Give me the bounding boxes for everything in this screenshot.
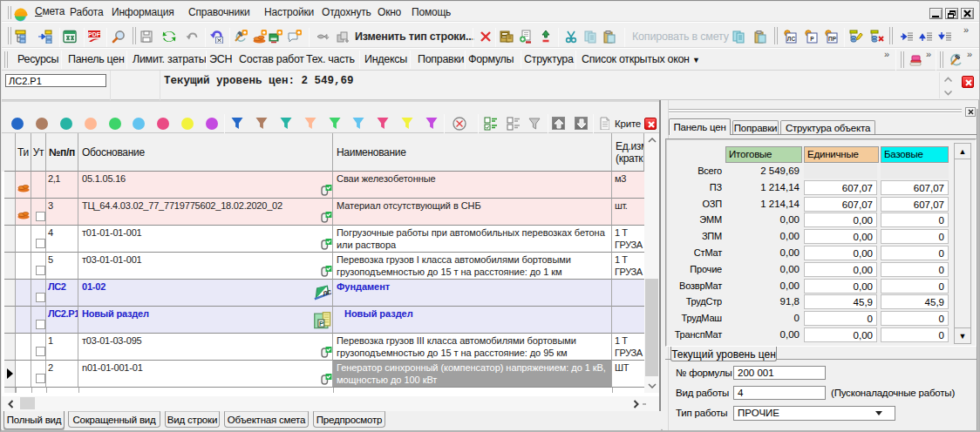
svg-text:ЛС: ЛС bbox=[323, 289, 332, 298]
svg-text:PDF: PDF bbox=[88, 31, 101, 37]
svg-text:Р: Р bbox=[810, 36, 814, 42]
svg-text:ПР: ПР bbox=[828, 36, 837, 42]
svg-text:ЛС: ЛС bbox=[787, 36, 796, 42]
svg-text:P: P bbox=[319, 320, 323, 327]
